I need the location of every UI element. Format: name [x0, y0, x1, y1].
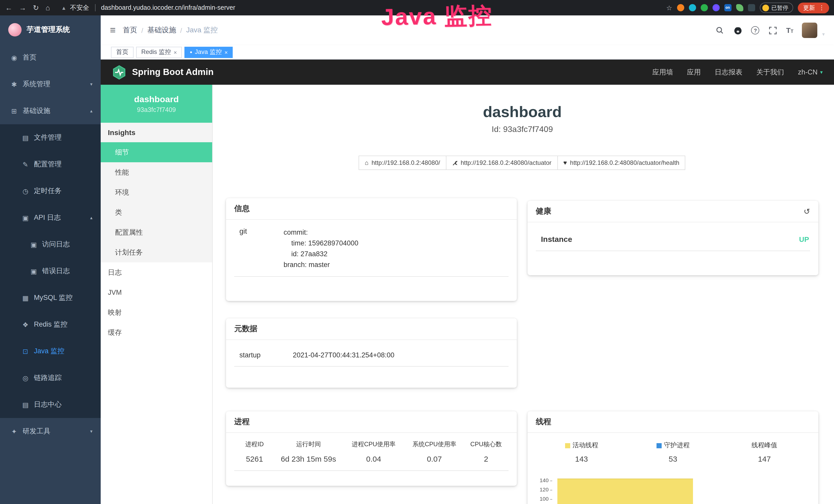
sba-item-logs[interactable]: 日志 — [101, 262, 212, 282]
sba-item-scheduled-tasks[interactable]: 计划任务 — [101, 243, 212, 262]
extension-icon-green[interactable] — [700, 4, 708, 11]
bookmark-star-icon[interactable]: ☆ — [666, 4, 672, 12]
card-title: 线程 — [536, 417, 551, 427]
cell-value: 2 — [464, 455, 509, 463]
sba-item-config-props[interactable]: 配置属性 — [101, 222, 212, 243]
sidebar-item-scheduled-jobs[interactable]: ◷ 定时任务 — [0, 178, 101, 204]
sidebar-item-redis-monitor[interactable]: ❖ Redis 监控 — [0, 311, 101, 338]
sidebar-item-trace[interactable]: ◎ 链路追踪 — [0, 365, 101, 391]
sba-nav-wallboard[interactable]: 应用墙 — [652, 68, 673, 77]
live-threads-value: 143 — [536, 455, 627, 463]
sidebar-item-log-center[interactable]: ▤ 日志中心 — [0, 391, 101, 418]
sba-item-mappings[interactable]: 映射 — [101, 302, 212, 322]
forward-icon[interactable]: → — [19, 4, 26, 12]
sidebar-item-infra[interactable]: ⊞ 基础设施 ▴ — [0, 97, 101, 124]
fullscreen-icon[interactable] — [768, 26, 777, 35]
extension-icon-puzzle[interactable] — [748, 4, 755, 11]
dashboard-icon: ◉ — [10, 54, 18, 61]
sidebar-item-label: Redis 监控 — [34, 320, 68, 329]
locale-label: zh-CN — [798, 68, 817, 76]
avatar[interactable] — [802, 23, 817, 38]
tab-label: Redis 监控 — [141, 48, 171, 56]
tab-java-monitor[interactable]: ● Java 监控 × — [185, 46, 233, 58]
sidebar-item-java-monitor[interactable]: ⊡ Java 监控 — [0, 338, 101, 365]
instance-header[interactable]: dashboard 93a3fc7f7409 — [101, 85, 212, 123]
sidebar-item-mysql-monitor[interactable]: ▦ MySQL 监控 — [0, 284, 101, 311]
sba-nav-about[interactable]: 关于我们 — [756, 68, 784, 77]
close-icon[interactable]: × — [174, 49, 177, 55]
sidebar-item-system[interactable]: ✱ 系统管理 ▾ — [0, 71, 101, 97]
metadata-row: startup 2021-04-27T00:44:31.254+08:00 — [234, 347, 509, 367]
sba-locale-select[interactable]: zh-CN ▾ — [798, 68, 823, 76]
legend-live-threads: 活动线程 — [536, 441, 627, 450]
reload-icon[interactable]: ↻ — [33, 4, 39, 12]
back-icon[interactable]: ← — [5, 4, 12, 12]
sba-nav-applications[interactable]: 应用 — [687, 68, 701, 77]
sba-item-details[interactable]: 细节 — [101, 142, 212, 162]
security-warning[interactable]: 不安全 — [70, 3, 89, 12]
chevron-down-icon: ▾ — [822, 31, 825, 37]
help-icon[interactable]: ? — [751, 26, 760, 35]
tab-redis-monitor[interactable]: Redis 监控 × — [136, 46, 182, 58]
extension-icon-lion[interactable] — [677, 4, 684, 11]
close-icon[interactable]: × — [224, 49, 228, 55]
font-size-icon[interactable]: TT — [786, 26, 793, 35]
process-card: 进程 进程ID 运行时间 进程CPU使用率 系统CPU使用率 CPU核心数 52… — [226, 411, 517, 486]
sidebar-item-config-manage[interactable]: ✎ 配置管理 — [0, 151, 101, 178]
extension-icon-on-badge[interactable]: on — [724, 4, 731, 11]
sba-item-environment[interactable]: 环境 — [101, 182, 212, 202]
sba-item-performance[interactable]: 性能 — [101, 162, 212, 182]
health-card: 健康 ↺ Instance UP — [528, 201, 818, 275]
sidebar-item-devtools[interactable]: ✦ 研发工具 ▾ — [0, 418, 101, 445]
actuator-url-button[interactable]: http://192.168.0.2:48080/actuator — [446, 156, 557, 170]
tab-home[interactable]: 首页 — [111, 46, 134, 58]
health-url-button[interactable]: ♥ http://192.168.0.2:48080/actuator/heal… — [557, 156, 685, 170]
kebab-menu-icon[interactable]: ⋮ — [818, 4, 825, 11]
paused-label: 已暂停 — [771, 4, 788, 12]
sidebar-item-label: 日志中心 — [34, 400, 62, 409]
live-threads-area-series — [557, 479, 693, 504]
github-icon[interactable] — [733, 26, 743, 35]
sidebar-item-file-manage[interactable]: ▤ 文件管理 — [0, 124, 101, 151]
breadcrumb-infra[interactable]: 基础设施 — [147, 26, 176, 35]
extension-icon-leaf[interactable] — [736, 4, 743, 11]
extension-icon-grid[interactable] — [712, 4, 720, 11]
y-tick-label: 100 — [540, 496, 549, 502]
sba-brand[interactable]: Spring Boot Admin — [112, 65, 214, 80]
heart-icon: ♥ — [563, 160, 567, 166]
sidebar-item-home[interactable]: ◉ 首页 — [0, 44, 101, 71]
service-url-button[interactable]: ⌂ http://192.168.0.2:48080/ — [358, 156, 446, 170]
url-text[interactable]: dashboard.yudao.iocoder.cn/infra/admin-s… — [101, 4, 235, 11]
hamburger-icon[interactable]: ≡ — [110, 25, 115, 36]
app-logo[interactable]: 芋道管理系统 — [0, 16, 101, 44]
sidebar-item-access-log[interactable]: ▣ 访问日志 — [0, 231, 101, 258]
history-icon[interactable]: ↺ — [804, 207, 810, 216]
address-bar[interactable]: ▲ 不安全 dashboard.yudao.iocoder.cn/infra/a… — [61, 3, 235, 12]
sba-item-jvm[interactable]: JVM — [101, 282, 212, 302]
search-icon[interactable] — [715, 26, 725, 35]
paused-badge[interactable]: 已暂停 — [760, 3, 793, 13]
sba-item-classes[interactable]: 类 — [101, 202, 212, 222]
actuator-url: http://192.168.0.2:48080/actuator — [461, 159, 551, 166]
status-badge: UP — [799, 235, 809, 243]
legend-daemon-threads: 守护进程 — [627, 441, 719, 450]
divider — [95, 4, 95, 11]
page-title: dashboard — [226, 103, 818, 121]
breadcrumb-home[interactable]: 首页 — [123, 26, 137, 35]
sidebar-item-label: 访问日志 — [42, 240, 70, 249]
tab-label: Java 监控 — [195, 48, 222, 56]
sba-sidebar: dashboard 93a3fc7f7409 Insights 细节 性能 环境… — [101, 85, 213, 504]
right-card-column: 健康 ↺ Instance UP — [528, 198, 818, 504]
sidebar-item-label: 配置管理 — [34, 160, 62, 169]
browser-nav-buttons: ← → ↻ ⌂ — [5, 4, 50, 12]
chevron-up-icon: ▴ — [90, 108, 92, 113]
extension-icon-drop[interactable] — [688, 4, 696, 11]
browser-toolbar-right: ☆ on 已暂停 更新 ⋮ — [666, 2, 829, 13]
java-monitor-icon: ⊡ — [22, 347, 29, 355]
sba-nav-log-report[interactable]: 日志报表 — [715, 68, 742, 77]
home-icon[interactable]: ⌂ — [45, 4, 50, 12]
chrome-update-button[interactable]: 更新 ⋮ — [797, 2, 829, 13]
sidebar-item-error-log[interactable]: ▣ 错误日志 — [0, 258, 101, 284]
sba-item-caches[interactable]: 缓存 — [101, 322, 212, 343]
sidebar-item-api-log[interactable]: ▣ API 日志 ▴ — [0, 204, 101, 231]
